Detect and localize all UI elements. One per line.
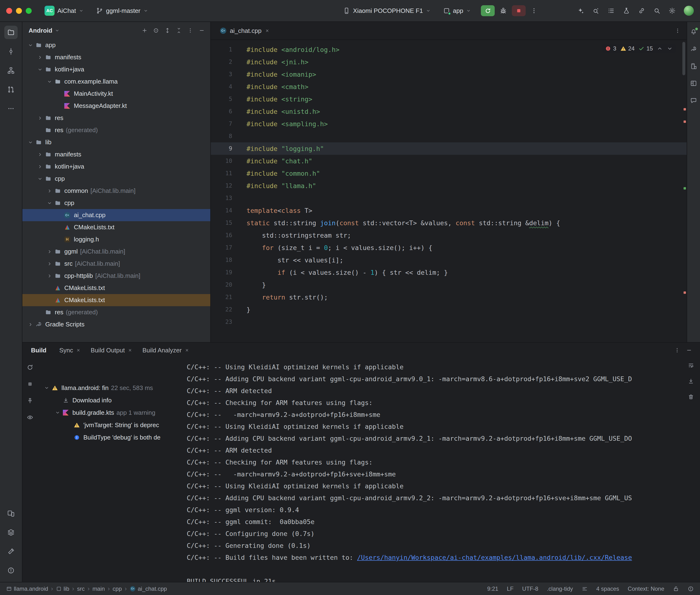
notifications-icon[interactable] <box>688 27 699 37</box>
build-tab[interactable]: Build Output <box>86 343 138 358</box>
services-tool-icon[interactable] <box>4 526 18 539</box>
code-line[interactable]: 23 <box>211 316 687 328</box>
device-selector[interactable]: Xiaomi POCOPHONE F1 <box>340 5 433 17</box>
line-number[interactable]: 16 <box>211 232 247 238</box>
breadcrumb-item[interactable]: main <box>92 586 105 592</box>
project-widget[interactable]: AC AiChat <box>42 4 86 18</box>
build-tools-icon[interactable] <box>621 5 632 16</box>
tree-item[interactable]: CMakeLists.txt <box>22 294 210 306</box>
stripe-mark-error[interactable] <box>683 120 686 123</box>
code-line[interactable]: 18 str << values[i]; <box>211 254 687 266</box>
chevron-right-icon[interactable] <box>45 259 54 268</box>
editor-tab[interactable]: C+ ai_chat.cpp <box>215 22 274 40</box>
stripe-mark-error[interactable] <box>683 108 686 111</box>
line-number[interactable]: 8 <box>211 133 247 140</box>
hide-panel-icon[interactable] <box>196 25 207 36</box>
tree-item[interactable]: manifests <box>22 148 210 161</box>
close-tab-icon[interactable] <box>76 347 81 353</box>
tree-item[interactable]: com.example.llama <box>22 76 210 88</box>
code-line[interactable]: 3#include <iomanip> <box>211 68 687 81</box>
line-number[interactable]: 7 <box>211 120 247 127</box>
chevron-right-icon[interactable] <box>45 272 54 280</box>
rerun-build-icon[interactable] <box>25 362 35 373</box>
code-line[interactable]: 15static std::string join(const std::vec… <box>211 217 687 229</box>
chevron-down-icon[interactable] <box>45 77 54 86</box>
breadcrumb-item[interactable]: cpp <box>113 586 122 592</box>
tree-item[interactable]: MainActivity.kt <box>22 88 210 100</box>
search-everywhere-ai-icon[interactable] <box>590 5 601 16</box>
code-line[interactable]: 9#include "logging.h" <box>211 142 687 155</box>
tree-item[interactable]: app <box>22 39 210 51</box>
run-context[interactable]: Context: None <box>628 586 664 592</box>
code-line[interactable]: 2#include <jni.h> <box>211 56 687 68</box>
chevron-down-icon[interactable] <box>53 408 62 417</box>
close-window-button[interactable] <box>6 8 12 14</box>
tree-item[interactable]: kotlin+java <box>22 63 210 76</box>
show-output-icon[interactable] <box>25 412 35 423</box>
problems-tool-icon[interactable] <box>4 564 18 577</box>
line-number[interactable]: 11 <box>211 170 247 177</box>
tree-item[interactable]: cpp <box>22 197 210 209</box>
structure-tool-icon[interactable] <box>4 64 18 77</box>
line-number[interactable]: 21 <box>211 294 247 301</box>
line-number[interactable]: 6 <box>211 108 247 115</box>
code-style-icon[interactable] <box>582 586 588 592</box>
run-button[interactable] <box>481 5 495 16</box>
prev-problem-icon[interactable] <box>657 46 663 52</box>
tree-item[interactable]: MessageAdapter.kt <box>22 100 210 112</box>
tree-item[interactable]: llama.android: fin22 sec, 583 ms <box>38 382 180 394</box>
tree-item[interactable]: CMakeLists.txt <box>22 282 210 294</box>
editor-scrollbar[interactable] <box>682 42 685 75</box>
project-tool-icon[interactable] <box>4 26 18 39</box>
commit-tool-icon[interactable] <box>4 45 18 58</box>
tree-item[interactable]: res <box>22 112 210 124</box>
clear-output-icon[interactable] <box>686 392 696 402</box>
code-line[interactable]: 21 return str.str(); <box>211 291 687 303</box>
line-number[interactable]: 13 <box>211 195 247 201</box>
gradle-tool-icon[interactable] <box>688 44 699 54</box>
code-line[interactable]: 10#include "chat.h" <box>211 155 687 167</box>
more-tool-windows-icon[interactable] <box>4 102 18 115</box>
tree-item[interactable]: common[AiChat.lib.main] <box>22 185 210 197</box>
code-line[interactable]: 19 if (i < values.size() - 1) { str << d… <box>211 266 687 279</box>
build-tab[interactable]: Sync <box>55 343 86 358</box>
chevron-right-icon[interactable] <box>36 150 44 159</box>
line-number[interactable]: 1 <box>211 46 247 53</box>
device-explorer-tool-icon[interactable] <box>688 61 699 72</box>
code-line[interactable]: 5#include <string> <box>211 93 687 105</box>
ai-assistant-icon[interactable] <box>575 5 586 16</box>
chevron-right-icon[interactable] <box>45 247 54 256</box>
line-number[interactable]: 12 <box>211 182 247 189</box>
chevron-down-icon[interactable] <box>43 384 51 392</box>
stop-build-icon[interactable] <box>25 379 35 389</box>
hide-build-icon[interactable] <box>684 345 694 356</box>
close-tab-icon[interactable] <box>264 28 270 34</box>
line-number[interactable]: 23 <box>211 318 247 325</box>
chevron-down-icon[interactable] <box>36 65 44 74</box>
caret-position[interactable]: 9:21 <box>487 586 498 592</box>
line-number[interactable]: 2 <box>211 59 247 65</box>
locate-file-icon[interactable] <box>151 25 161 36</box>
clang-tidy-status[interactable]: .clang-tidy <box>547 586 573 592</box>
tree-item[interactable]: C+ai_chat.cpp <box>22 209 210 221</box>
build-tab[interactable]: Build Analyzer <box>138 343 195 358</box>
chevron-down-icon[interactable] <box>26 138 35 147</box>
line-number[interactable]: 3 <box>211 71 247 78</box>
line-number[interactable]: 20 <box>211 281 247 288</box>
app-insights-tool-icon[interactable] <box>688 95 699 106</box>
chevron-right-icon[interactable] <box>36 114 44 122</box>
line-separator[interactable]: LF <box>507 586 513 592</box>
chevron-down-icon[interactable] <box>36 174 44 183</box>
line-number[interactable]: 15 <box>211 220 247 226</box>
build-result-tree[interactable]: llama.android: fin22 sec, 583 msDownload… <box>38 358 180 582</box>
tree-item[interactable]: lib <box>22 136 210 148</box>
errors-indicator[interactable]: 3 <box>605 45 616 52</box>
project-tree[interactable]: appmanifestskotlin+javacom.example.llama… <box>22 39 210 342</box>
breadcrumb-item[interactable]: C+ai_chat.cpp <box>130 586 167 592</box>
stripe-mark-ok[interactable] <box>683 187 686 190</box>
zoom-window-button[interactable] <box>26 8 32 14</box>
project-view-selector[interactable]: Android <box>29 27 52 34</box>
line-number[interactable]: 10 <box>211 158 247 164</box>
settings-icon[interactable] <box>667 5 678 16</box>
breadcrumb-item[interactable]: lib <box>56 586 69 592</box>
